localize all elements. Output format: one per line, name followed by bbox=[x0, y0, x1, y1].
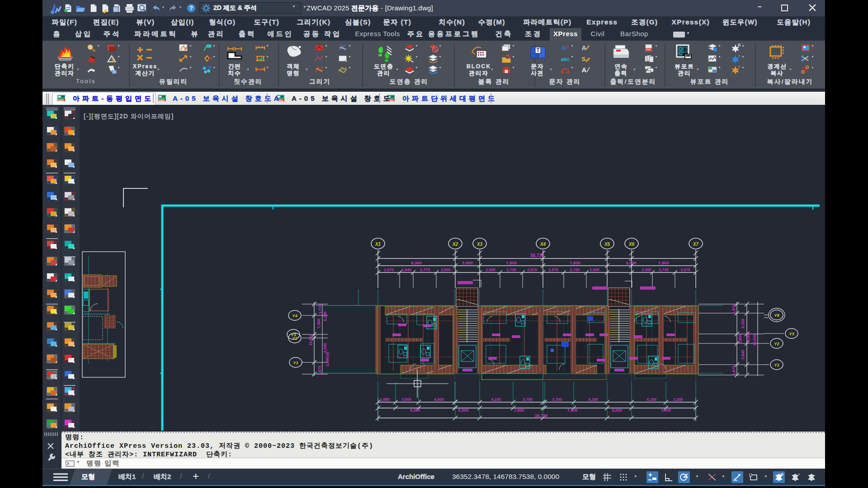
svg-text:1,675: 1,675 bbox=[731, 304, 736, 314]
svg-text:+: + bbox=[738, 65, 741, 69]
svg-text:Y4: Y4 bbox=[292, 313, 297, 318]
svg-text:5,000: 5,000 bbox=[458, 408, 469, 413]
svg-text:5,240: 5,240 bbox=[323, 311, 327, 321]
svg-text:Y3: Y3 bbox=[789, 331, 794, 336]
svg-text:X2: X2 bbox=[452, 242, 458, 247]
svg-text:7,800: 7,800 bbox=[570, 260, 580, 265]
svg-text:7,600: 7,600 bbox=[661, 408, 671, 413]
svg-text:?: ? bbox=[189, 5, 193, 11]
svg-text:Y2: Y2 bbox=[774, 341, 779, 346]
svg-text:3,545: 3,545 bbox=[323, 343, 327, 353]
svg-text:38,730: 38,730 bbox=[530, 253, 544, 258]
svg-text:3,685: 3,685 bbox=[738, 334, 742, 344]
svg-text:A: A bbox=[582, 44, 586, 52]
svg-text:1,880: 1,880 bbox=[380, 397, 390, 402]
svg-text:[-][평면도][2D 와이어프레임]: [-][평면도][2D 와이어프레임] bbox=[84, 113, 174, 120]
svg-text:5,310: 5,310 bbox=[741, 319, 745, 328]
svg-text:2,570: 2,570 bbox=[680, 267, 690, 272]
svg-text:2,730: 2,730 bbox=[570, 267, 580, 272]
svg-text:+: + bbox=[798, 472, 800, 476]
svg-text:Y8: Y8 bbox=[774, 313, 779, 318]
svg-text:7,800: 7,800 bbox=[506, 260, 517, 265]
svg-text:2,570: 2,570 bbox=[527, 267, 537, 272]
svg-text:+: + bbox=[738, 54, 741, 58]
svg-text:X1: X1 bbox=[375, 242, 381, 247]
svg-text:9,450: 9,450 bbox=[746, 332, 750, 342]
svg-text:DWG: DWG bbox=[58, 99, 64, 102]
svg-text:3,000: 3,000 bbox=[462, 260, 473, 265]
svg-text:B: B bbox=[566, 44, 568, 49]
svg-text:38,730: 38,730 bbox=[534, 413, 547, 418]
svg-text:Y1: Y1 bbox=[774, 362, 779, 367]
svg-text:3,645: 3,645 bbox=[741, 350, 745, 360]
svg-text:DWG: DWG bbox=[159, 99, 165, 102]
svg-text:2,500: 2,500 bbox=[590, 267, 599, 272]
svg-text:1,675: 1,675 bbox=[731, 366, 736, 375]
svg-text:M: M bbox=[208, 66, 211, 70]
svg-text:4,100: 4,100 bbox=[646, 397, 656, 402]
svg-text:5,000: 5,000 bbox=[612, 408, 623, 413]
svg-text:4,100: 4,100 bbox=[491, 397, 501, 402]
svg-text:4,100: 4,100 bbox=[588, 397, 598, 402]
svg-text:7,500: 7,500 bbox=[316, 319, 321, 328]
svg-text:2,490(4): 2,490(4) bbox=[325, 352, 330, 366]
svg-text:2,770: 2,770 bbox=[420, 267, 430, 272]
svg-text:3,000: 3,000 bbox=[626, 260, 637, 265]
svg-text:X6: X6 bbox=[628, 242, 635, 247]
svg-text:3,200: 3,200 bbox=[673, 397, 683, 402]
svg-text:3,700: 3,700 bbox=[552, 397, 562, 402]
svg-text:1,640: 1,640 bbox=[401, 267, 411, 272]
svg-text:Y2: Y2 bbox=[292, 336, 297, 341]
svg-text:13,020: 13,020 bbox=[752, 334, 757, 346]
svg-text:2,670: 2,670 bbox=[384, 267, 394, 272]
svg-text:2,500: 2,500 bbox=[486, 267, 495, 272]
svg-text:T: T bbox=[536, 47, 540, 53]
svg-text:X3: X3 bbox=[476, 242, 483, 247]
svg-text:2,730: 2,730 bbox=[659, 267, 669, 272]
svg-text:9,360: 9,360 bbox=[411, 260, 422, 265]
svg-text:3,500: 3,500 bbox=[401, 397, 411, 402]
svg-text:2,730: 2,730 bbox=[506, 267, 516, 272]
svg-text:X7: X7 bbox=[693, 242, 699, 247]
svg-text:PDF: PDF bbox=[646, 48, 651, 51]
svg-text:11,020: 11,020 bbox=[308, 334, 313, 346]
svg-text:abc: abc bbox=[561, 56, 571, 62]
svg-text:4,385: 4,385 bbox=[410, 408, 420, 413]
svg-text:4,000: 4,000 bbox=[434, 397, 444, 402]
svg-text:7,800: 7,800 bbox=[658, 260, 669, 265]
svg-text:7,500: 7,500 bbox=[567, 408, 578, 413]
svg-text:3,700: 3,700 bbox=[523, 397, 533, 402]
svg-text:2,570: 2,570 bbox=[548, 267, 558, 272]
svg-text:X5: X5 bbox=[604, 242, 610, 247]
svg-text:Y1: Y1 bbox=[293, 360, 298, 365]
svg-text:A: A bbox=[582, 66, 587, 74]
svg-text:2,500: 2,500 bbox=[441, 267, 451, 272]
svg-text:S: S bbox=[582, 56, 586, 62]
svg-text:X4: X4 bbox=[540, 242, 546, 247]
svg-text:1,675: 1,675 bbox=[317, 366, 322, 375]
svg-text:2,500: 2,500 bbox=[642, 267, 651, 272]
svg-text:7,600: 7,600 bbox=[514, 408, 524, 413]
